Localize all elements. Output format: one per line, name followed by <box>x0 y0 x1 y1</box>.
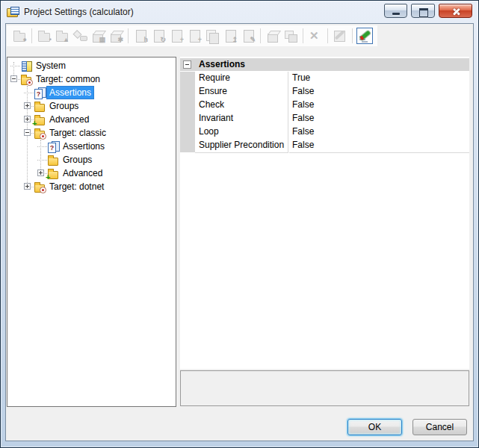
tree-item-groups[interactable]: Groups <box>7 153 176 167</box>
tree-item-groups[interactable]: Groups <box>7 99 176 113</box>
expand-icon[interactable] <box>24 102 31 109</box>
tree-item-system[interactable]: System <box>7 59 176 72</box>
toolbar-edit-mode-button[interactable] <box>356 28 373 44</box>
tree-item-advanced[interactable]: Advanced <box>7 167 176 180</box>
row-gutter <box>180 139 195 152</box>
property-row-check: CheckFalse <box>180 99 469 112</box>
toolbar-page-add-button: + <box>168 28 185 44</box>
property-name: Supplier Precondition <box>195 139 288 153</box>
maximize-button[interactable] <box>411 4 435 18</box>
assertions-icon <box>47 140 59 152</box>
toolbar-folder-record-button: ● <box>11 28 28 44</box>
tree-item-label: Assertions <box>61 140 107 152</box>
page-refresh-overlay-glyph: ↻ <box>160 37 166 43</box>
row-gutter <box>180 125 195 139</box>
package-gear-overlay-glyph: ✱ <box>117 37 123 43</box>
target-badge <box>40 133 46 140</box>
property-name: Check <box>195 99 288 113</box>
tree-item-label: Advanced <box>47 113 91 125</box>
folder-shapes-overlay-glyph: ▲ <box>63 37 69 43</box>
title-bar: Project Settings (calculator) <box>1 1 478 23</box>
tree-item-target-dotnet[interactable]: Target: dotnet <box>7 180 176 193</box>
property-value[interactable]: False <box>289 139 469 153</box>
package-overlay-glyph: ▤ <box>99 37 105 43</box>
dialog-client-area: ●•▲▤✱h↻++↥✎ SystemTarget: commonAssertio… <box>5 23 474 441</box>
toolbar-separator <box>31 28 32 43</box>
grid-section-title: Assertions <box>199 58 245 71</box>
advanced-badge <box>46 173 50 181</box>
target-badge <box>26 79 33 86</box>
page-add-overlay-glyph: + <box>180 37 184 43</box>
tree-item-label: Target: classic <box>47 127 108 139</box>
grid-section-header[interactable]: Assertions <box>180 58 469 72</box>
ok-button[interactable]: OK <box>347 419 402 435</box>
description-panel <box>180 370 469 406</box>
tree-item-assertions[interactable]: Assertions <box>7 140 176 153</box>
toolbar-page-add-2-button: + <box>186 28 203 44</box>
row-gutter <box>180 85 195 99</box>
property-value[interactable]: False <box>289 125 469 140</box>
property-name: Ensure <box>195 85 288 99</box>
toolbar-edit-locked-button <box>332 28 348 44</box>
app-icon <box>7 6 19 18</box>
property-name: Require <box>195 72 288 86</box>
page-add-2-overlay-glyph: + <box>198 37 202 43</box>
advanced-icon <box>34 113 46 125</box>
tree-item-label: Groups <box>47 100 81 112</box>
tree-item-assertions[interactable]: Assertions <box>7 86 176 99</box>
tree-item-target-common[interactable]: Target: common <box>7 72 176 86</box>
page-edit-overlay-glyph: ✎ <box>250 37 256 43</box>
folder-dot-overlay-glyph: • <box>49 37 52 43</box>
property-row-invariant: InvariantFalse <box>180 112 469 125</box>
toolbar: ●•▲▤✱h↻++↥✎ <box>7 25 377 46</box>
property-value[interactable]: False <box>289 99 469 113</box>
toolbar-package-gear-button: ✱ <box>108 28 124 44</box>
target-icon <box>34 181 46 193</box>
property-value[interactable]: True <box>289 72 469 86</box>
page-export-overlay-glyph: ↥ <box>232 37 238 43</box>
property-row-ensure: EnsureFalse <box>180 85 469 99</box>
advanced-icon <box>47 167 59 179</box>
expand-icon[interactable] <box>24 183 31 190</box>
toolbar-link-nodes-button <box>72 28 88 44</box>
footer-button-row: OK Cancel <box>6 419 467 435</box>
tree-item-label: Groups <box>61 154 94 166</box>
property-value[interactable]: False <box>289 85 469 99</box>
collapse-section-icon[interactable] <box>183 60 191 69</box>
property-name: Loop <box>195 125 288 140</box>
close-button[interactable] <box>439 4 472 18</box>
tree-item-advanced[interactable]: Advanced <box>7 113 176 126</box>
target-icon <box>34 127 46 139</box>
toolbar-cube-add-button <box>282 28 299 44</box>
system-icon <box>20 60 32 72</box>
toolbar-package-button: ▤ <box>90 28 106 44</box>
expand-icon[interactable] <box>37 169 44 176</box>
property-row-supplier-precondition: Supplier PreconditionFalse <box>180 139 469 152</box>
tree-item-label: Target: common <box>34 73 102 85</box>
toolbar-page-h-button: h <box>132 28 149 44</box>
minimize-button[interactable] <box>384 4 407 18</box>
folder-record-overlay-glyph: ● <box>23 37 27 43</box>
row-gutter <box>180 99 195 112</box>
assertions-icon <box>34 87 46 99</box>
tree-item-target-classic[interactable]: Target: classic <box>7 126 176 140</box>
cancel-button[interactable]: Cancel <box>412 419 467 435</box>
tree-connector <box>37 160 47 161</box>
row-gutter <box>180 112 195 125</box>
expand-icon[interactable] <box>24 116 31 122</box>
tree-item-label: System <box>34 60 68 72</box>
folder-icon <box>47 154 59 166</box>
property-row-loop: LoopFalse <box>180 125 469 139</box>
toolbar-separator <box>352 28 353 43</box>
toolbar-separator <box>327 28 328 43</box>
collapse-icon[interactable] <box>24 129 31 136</box>
target-icon <box>20 73 32 85</box>
collapse-icon[interactable] <box>10 75 17 82</box>
row-gutter <box>180 72 195 85</box>
target-badge <box>40 187 46 193</box>
tree-connector <box>10 66 20 66</box>
tree-connector <box>24 93 34 93</box>
property-row-require: RequireTrue <box>180 72 469 85</box>
property-value[interactable]: False <box>289 112 469 126</box>
property-grid: Assertions RequireTrueEnsureFalseCheckFa… <box>180 57 469 369</box>
